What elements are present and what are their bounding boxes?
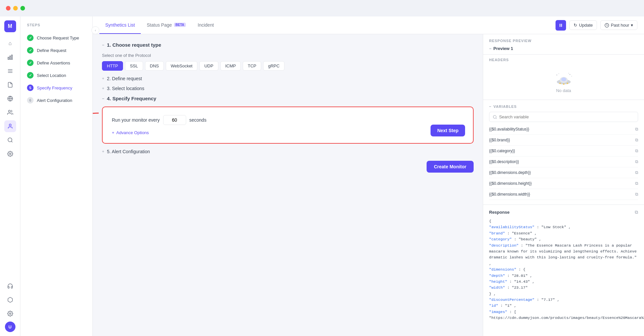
step-item-choose-request-type[interactable]: ✓Choose Request Type (20, 32, 92, 44)
protocol-btn-http[interactable]: HTTP (102, 61, 123, 71)
step-circle: ✓ (27, 60, 34, 66)
step-item-select-location[interactable]: ✓Select Location (20, 69, 92, 82)
protocol-btn-tcp[interactable]: TCP (243, 61, 261, 71)
variables-list: {{$0.availabilityStatus}}⧉{{$0.brand}}⧉{… (489, 124, 638, 200)
variable-search-input[interactable] (499, 114, 634, 119)
titlebar (0, 0, 644, 16)
create-monitor-row: Create Monitor (102, 161, 474, 173)
close-button[interactable] (6, 6, 11, 11)
step5-header[interactable]: + 5. Alert Configuration (102, 149, 474, 154)
frequency-box-wrapper: Run your monitor every seconds + Advance… (102, 107, 474, 144)
step-label: Define Assertions (37, 60, 70, 65)
sidebar-item-group[interactable] (4, 107, 16, 118)
step-label: Alert Configuration (37, 98, 72, 103)
icon-sidebar: M ⌂ (0, 16, 20, 336)
step2-label: 2. Define request (107, 76, 142, 81)
step-label: Choose Request Type (37, 36, 79, 40)
protocol-btn-websocket[interactable]: WebSocket (166, 61, 197, 71)
sidebar-item-headphone[interactable] (4, 280, 16, 292)
sidebar-item-list[interactable] (4, 65, 16, 77)
step-label: Define Request (37, 48, 66, 53)
sidebar-item-chart[interactable] (4, 51, 16, 63)
json-line: "width" : "23.17" (489, 285, 638, 291)
protocol-btn-ssl[interactable]: SSL (125, 61, 143, 71)
step4-toggle-icon: − (102, 96, 104, 101)
copy-variable-icon[interactable]: ⧉ (635, 181, 638, 186)
variables-toggle-icon: − (489, 105, 491, 108)
protocol-btn-icmp[interactable]: ICMP (220, 61, 241, 71)
copy-variable-icon[interactable]: ⧉ (635, 137, 638, 143)
app-logo[interactable]: M (4, 20, 16, 32)
step3-header[interactable]: + 3. Select locations (102, 86, 474, 91)
plus-icon: + (112, 130, 114, 135)
variable-row: {{$0.category}}⧉ (489, 146, 638, 156)
create-monitor-button[interactable]: Create Monitor (427, 161, 474, 173)
svg-point-24 (556, 75, 557, 75)
copy-variable-icon[interactable]: ⧉ (635, 148, 638, 154)
steps-list: ✓Choose Request Type✓Define Request✓Defi… (20, 32, 92, 107)
step-item-specify-frequency[interactable]: 5Specify Frequency (20, 82, 92, 94)
preview-subheader: − Preview 1 (483, 43, 644, 55)
copy-variable-icon[interactable]: ⧉ (635, 159, 638, 164)
protocol-row: HTTPSSLDNSWebSocketUDPICMPTCPgRPC (102, 61, 474, 71)
response-label: Response (489, 210, 509, 215)
preview-toggle-icon[interactable]: − (489, 46, 491, 51)
avatar[interactable]: U (5, 322, 15, 332)
update-button[interactable]: ↻ Update (569, 20, 597, 30)
svg-point-10 (8, 138, 12, 142)
update-icon: ↻ (574, 23, 577, 28)
copy-response-icon[interactable]: ⧉ (635, 209, 638, 215)
step2-header[interactable]: + 2. Define request (102, 76, 474, 81)
sidebar-item-home[interactable]: ⌂ (4, 37, 16, 49)
maximize-button[interactable] (20, 6, 25, 11)
svg-point-13 (9, 313, 11, 315)
sidebar-item-search[interactable] (4, 134, 16, 146)
sidebar-item-box[interactable] (4, 294, 16, 306)
tab-synthetics-list[interactable]: Synthetics List (99, 16, 141, 34)
copy-variable-icon[interactable]: ⧉ (635, 170, 638, 175)
step3-label: 3. Select locations (107, 86, 144, 91)
tab-status-page[interactable]: Status Page BETA (141, 16, 192, 34)
sidebar-item-gear[interactable] (4, 308, 16, 320)
frequency-input[interactable] (163, 115, 186, 125)
copy-variable-icon[interactable]: ⧉ (635, 192, 638, 197)
step-circle: ✓ (27, 35, 34, 41)
sidebar-item-globe[interactable] (4, 93, 16, 105)
step1-header[interactable]: − 1. Choose request type (102, 42, 474, 48)
protocol-btn-dns[interactable]: DNS (145, 61, 164, 71)
protocol-btn-grpc[interactable]: gRPC (263, 61, 285, 71)
sidebar-item-document[interactable] (4, 79, 16, 91)
sidebar-item-person[interactable] (4, 120, 16, 132)
svg-point-20 (561, 78, 566, 82)
steps-title: STEPS (20, 23, 92, 32)
svg-point-25 (558, 74, 559, 74)
time-range-button[interactable]: Past hour ▾ (600, 20, 637, 30)
sidebar-item-settings[interactable] (4, 148, 16, 160)
protocol-btn-udp[interactable]: UDP (199, 61, 218, 71)
steps-sidebar: STEPS ✓Choose Request Type✓Define Reques… (20, 16, 93, 336)
json-line: "brand" : "Essence" , (489, 230, 638, 236)
step-item-define-assertions[interactable]: ✓Define Assertions (20, 57, 92, 69)
variable-name: {{$0.dimensions.depth}} (489, 170, 531, 175)
svg-point-26 (569, 74, 570, 75)
topbar: Synthetics List Status Page BETA Inciden… (93, 16, 644, 34)
collapse-sidebar-button[interactable]: ‹ (91, 26, 99, 34)
step-item-define-request[interactable]: ✓Define Request (20, 44, 92, 57)
preview-panel: RESPONSE PREVIEW − Preview 1 HEADERS (483, 34, 644, 336)
next-step-button[interactable]: Next Step (431, 125, 465, 136)
pause-button[interactable] (556, 20, 566, 31)
chevron-down-icon: ▾ (631, 23, 633, 28)
json-line: "description" : "The Essence Mascara Las… (489, 243, 638, 267)
step-item-alert-configuration[interactable]: 6Alert Configuration (20, 94, 92, 107)
minimize-button[interactable] (13, 6, 18, 11)
copy-variable-icon[interactable]: ⧉ (635, 127, 638, 132)
response-header: Response ⧉ (489, 209, 638, 215)
advance-options-button[interactable]: + Advance Options (112, 130, 464, 135)
step4-header[interactable]: − 4. Specify Frequency (102, 96, 474, 101)
variable-row: {{$0.dimensions.width}}⧉ (489, 189, 638, 200)
variable-search-wrapper (489, 112, 638, 122)
step5-label: 5. Alert Configuration (107, 149, 150, 154)
svg-point-23 (567, 83, 568, 84)
step-circle: ✓ (27, 72, 34, 79)
tab-incident[interactable]: Incident (192, 16, 220, 34)
